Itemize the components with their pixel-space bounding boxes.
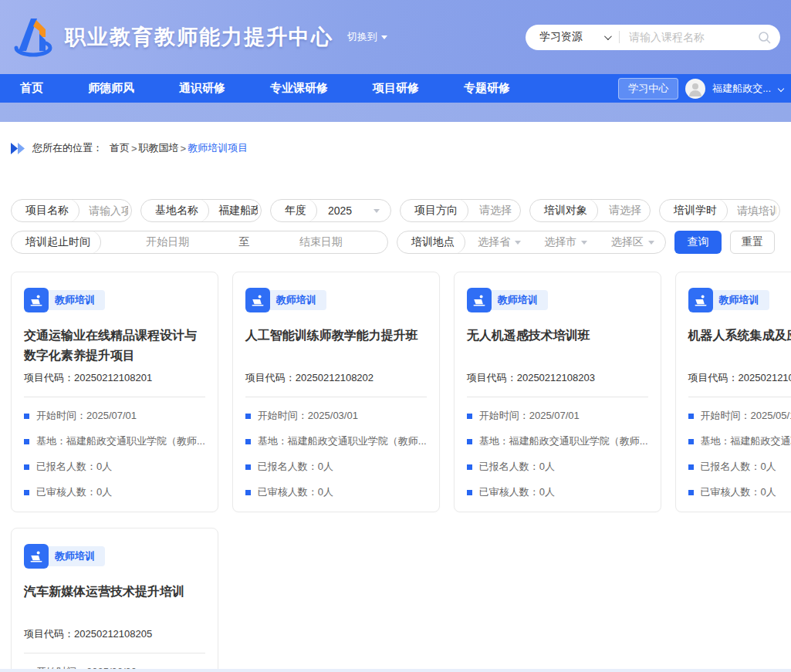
- chevron-down-icon: [515, 241, 521, 245]
- card-badge: 教师培训: [24, 288, 205, 312]
- chevron-down-icon: [648, 241, 654, 245]
- project-card-3[interactable]: 教师培训 无人机遥感技术培训班 项目代码：20250212108203 开始时间…: [454, 272, 661, 512]
- province-select[interactable]: 选择省: [465, 235, 532, 249]
- bullet-icon: [245, 439, 251, 444]
- filter-label: 培训地点: [397, 231, 465, 253]
- bullet-icon: [467, 464, 472, 470]
- project-card-4[interactable]: 教师培训 机器人系统集成及应用技术 项目代码：20250212108204 开始…: [675, 272, 791, 512]
- teacher-training-icon: [245, 288, 270, 312]
- breadcrumb-separator: >: [131, 143, 137, 154]
- card-badge: 教师培训: [245, 288, 427, 312]
- chevron-down-icon[interactable]: [778, 85, 784, 91]
- search-category-select[interactable]: 学习资源: [539, 30, 610, 44]
- nav-item-special-training[interactable]: 专题研修: [464, 81, 510, 96]
- project-card-grid: 教师培训 交通运输业在线精品课程设计与数字化素养提升项目 项目代码：202502…: [0, 272, 791, 672]
- card-row-start-time: 开始时间：2025/07/01: [24, 409, 205, 423]
- nav-item-teacher-ethics[interactable]: 师德师风: [88, 81, 134, 96]
- reset-button[interactable]: 重置: [730, 231, 775, 254]
- breadcrumb-prefix: 您所在的位置：: [32, 141, 103, 155]
- footer-edge: [0, 669, 791, 672]
- teacher-training-icon: [24, 288, 49, 312]
- filter-project-direction[interactable]: 项目方向 请选择: [400, 199, 521, 222]
- card-row-enrolled: 已报名人数：0人: [467, 460, 648, 474]
- teacher-training-icon: [688, 288, 713, 312]
- bullet-icon: [245, 414, 251, 419]
- chevron-down-icon: [381, 35, 387, 39]
- card-row-enrolled: 已报名人数：0人: [245, 460, 427, 474]
- card-badge: 教师培训: [467, 288, 648, 312]
- filter-row-2: 培训起止时间 开始日期 至 结束日期 培训地点 选择省 选择市 选择区 查询 重…: [11, 231, 780, 254]
- main-navbar: 首页 师德师风 通识研修 专业课研修 项目研修 专题研修 学习中心 福建船政交.…: [0, 74, 791, 103]
- study-center-button[interactable]: 学习中心: [618, 78, 678, 100]
- breadcrumb-home[interactable]: 首页: [110, 141, 130, 155]
- divider: [24, 653, 205, 653]
- bullet-icon: [467, 490, 472, 495]
- end-date-input[interactable]: 结束日期: [255, 235, 388, 249]
- year-select-value[interactable]: 2025: [317, 204, 369, 217]
- filter-year[interactable]: 年度 2025: [270, 199, 391, 222]
- filter-label: 项目方向: [401, 200, 468, 221]
- card-row-start-time: 开始时间：2025/05/11: [688, 409, 791, 423]
- bullet-icon: [245, 464, 251, 470]
- filter-label: 培训对象: [530, 200, 598, 221]
- district-select[interactable]: 选择区: [599, 235, 665, 249]
- site-logo: [11, 17, 56, 57]
- location-icon: [11, 143, 25, 154]
- training-hours-input[interactable]: [728, 204, 779, 217]
- start-date-input[interactable]: 开始日期: [101, 235, 235, 249]
- project-title: 人工智能训练师教学能力提升班: [245, 326, 427, 366]
- bullet-icon: [24, 414, 29, 419]
- project-card-2[interactable]: 教师培训 人工智能训练师教学能力提升班 项目代码：20250212108202 …: [232, 272, 440, 512]
- card-row-enrolled: 已报名人数：0人: [688, 460, 791, 474]
- city-select[interactable]: 选择市: [532, 235, 598, 249]
- nav-item-project-training[interactable]: 项目研修: [373, 81, 419, 96]
- bullet-icon: [467, 439, 472, 444]
- breadcrumb-zhijiao-guopei[interactable]: 职教国培: [139, 141, 179, 155]
- search-input[interactable]: [629, 31, 758, 43]
- project-title: 机器人系统集成及应用技术: [688, 326, 791, 366]
- project-card-1[interactable]: 教师培训 交通运输业在线精品课程设计与数字化素养提升项目 项目代码：202502…: [11, 272, 218, 512]
- filter-label: 基地名称: [141, 200, 209, 221]
- brand[interactable]: 职业教育教师能力提升中心: [11, 17, 333, 57]
- direction-select-placeholder[interactable]: 请选择: [468, 204, 520, 218]
- card-row-base: 基地：福建船政交通职业学院（教师...: [24, 434, 205, 448]
- project-card-5[interactable]: 教师培训 汽车新媒体运营技术提升培训 项目代码：20250212108205 开…: [11, 528, 218, 672]
- banner-sub-band: [0, 103, 791, 122]
- filter-base-name: 基地名称: [140, 199, 262, 222]
- card-row-start-time: 开始时间：2025/07/01: [467, 409, 648, 423]
- project-name-input[interactable]: [79, 204, 131, 217]
- bullet-icon: [24, 464, 29, 470]
- avatar[interactable]: [685, 79, 705, 99]
- card-badge: 教师培训: [688, 288, 791, 312]
- switch-to-label: 切换到: [347, 30, 377, 44]
- project-code: 项目代码：20250212108204: [688, 371, 791, 385]
- project-title: 交通运输业在线精品课程设计与数字化素养提升项目: [24, 326, 205, 366]
- nav-item-general-training[interactable]: 通识研修: [179, 81, 225, 96]
- search-button[interactable]: 查询: [674, 231, 722, 254]
- project-title: 汽车新媒体运营技术提升培训: [24, 582, 205, 622]
- base-name-input[interactable]: [209, 204, 261, 217]
- site-title: 职业教育教师能力提升中心: [65, 23, 333, 51]
- card-row-enrolled: 已报名人数：0人: [24, 460, 205, 474]
- target-select-placeholder[interactable]: 请选择: [598, 204, 650, 218]
- breadcrumb-trail: 首页 > 职教国培 > 教师培训项目: [110, 141, 248, 155]
- breadcrumb: 您所在的位置： 首页 > 职教国培 > 教师培训项目: [0, 122, 791, 155]
- card-row-approved: 已审核人数：0人: [688, 485, 791, 499]
- nav-right: 学习中心 福建船政交...: [618, 78, 783, 100]
- card-row-start-time: 开始时间：2025/03/01: [245, 409, 427, 423]
- nav-item-major-course-training[interactable]: 专业课研修: [270, 81, 328, 96]
- badge-label: 教师培训: [264, 290, 326, 310]
- badge-label: 教师培训: [707, 290, 769, 310]
- bullet-icon: [245, 490, 251, 495]
- search-icon[interactable]: [758, 31, 771, 44]
- chevron-down-icon: [604, 32, 612, 40]
- filter-row-1: 项目名称 基地名称 年度 2025 项目方向 请选择 培训对象 请选择 培训学时: [11, 199, 780, 222]
- nav-item-home[interactable]: 首页: [20, 81, 43, 96]
- username[interactable]: 福建船政交...: [712, 82, 771, 96]
- divider: [688, 397, 791, 397]
- card-badge: 教师培训: [24, 544, 205, 569]
- switch-to-dropdown[interactable]: 切换到: [347, 30, 387, 44]
- bullet-icon: [24, 490, 29, 495]
- divider: [619, 31, 620, 43]
- filter-training-target[interactable]: 培训对象 请选择: [529, 199, 651, 222]
